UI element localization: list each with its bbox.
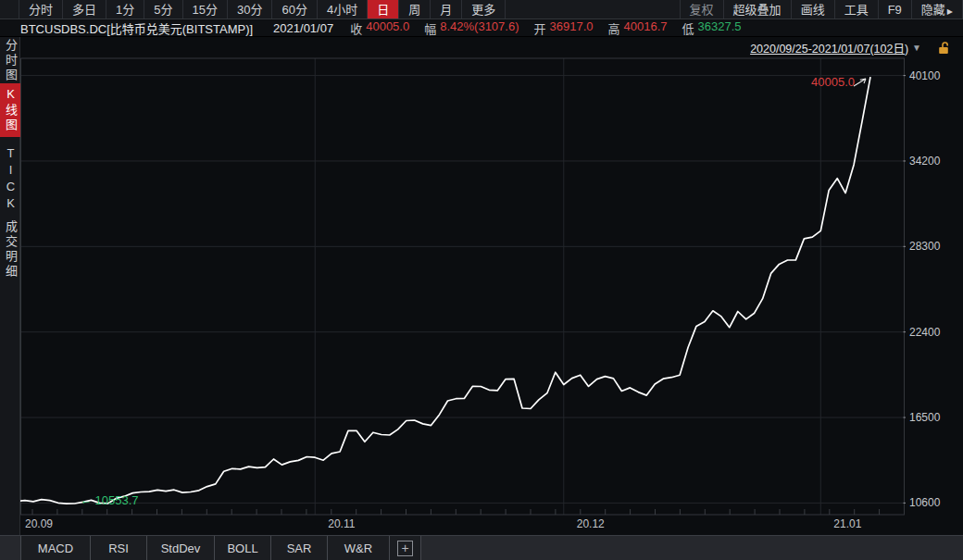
chevron-down-icon[interactable]: ▼ — [912, 43, 921, 53]
indicator-tab-SAR[interactable]: SAR — [271, 536, 328, 560]
tool-button-隐藏[interactable]: 隐藏▶ — [912, 0, 963, 19]
tool-button-超级叠加[interactable]: 超级叠加 — [724, 0, 792, 19]
quote-field-value: 36327.5 — [698, 19, 742, 37]
trading-app-window: 分时多日1分5分15分30分60分4小时日周月更多 复权超级叠加画线工具F9隐藏… — [0, 0, 963, 560]
chart-area[interactable]: 2020/09/25-2021/01/07(102日) ▼ 4010034200… — [20, 37, 963, 535]
y-axis-label: 16500 — [909, 411, 940, 424]
x-axis-label: 20.09 — [25, 517, 53, 530]
y-axis-label: 40100 — [909, 69, 940, 82]
period-button-月[interactable]: 月 — [431, 0, 462, 19]
y-axis-label: 10600 — [909, 496, 940, 509]
quote-field-value: 40005.0 — [366, 19, 409, 37]
quote-field-开: 开36917.0 — [534, 19, 594, 37]
y-axis-label: 22400 — [909, 326, 940, 339]
indicator-tab-StdDev[interactable]: StdDev — [147, 536, 215, 560]
sidebar-item-K线图[interactable]: K线图 — [0, 83, 20, 137]
tool-button-复权[interactable]: 复权 — [680, 0, 724, 19]
quote-field-label: 收 — [350, 19, 362, 37]
period-button-周[interactable]: 周 — [399, 0, 431, 19]
period-toolbar: 分时多日1分5分15分30分60分4小时日周月更多 复权超级叠加画线工具F9隐藏… — [0, 0, 963, 19]
quote-field-低: 低36327.5 — [682, 19, 742, 37]
add-indicator-cell: + — [390, 536, 421, 560]
period-button-分时[interactable]: 分时 — [19, 0, 63, 19]
last-price-annotation: 40005.0 — [811, 75, 855, 89]
period-button-5分[interactable]: 5分 — [144, 0, 182, 19]
quote-field-label: 高 — [608, 19, 620, 37]
period-button-日[interactable]: 日 — [368, 0, 399, 19]
quote-field-收: 收40005.0 — [350, 19, 409, 37]
indicator-tabbar: MACDRSIStdDevBOLLSARW&R + — [0, 535, 963, 560]
add-indicator-button[interactable]: + — [397, 541, 413, 556]
period-button-1分[interactable]: 1分 — [106, 0, 144, 19]
chart-mode-sidebar: 分时图K线图TICK成交明细 — [0, 37, 20, 535]
quote-fields: 收40005.0幅8.42%(3107.6)开36917.0高40016.7低3… — [350, 19, 756, 37]
indicator-tab-RSI[interactable]: RSI — [91, 536, 147, 560]
sidebar-item-分时图[interactable]: 分时图 — [0, 35, 20, 87]
tool-button-F9[interactable]: F9 — [879, 0, 912, 19]
indicator-tab-W&R[interactable]: W&R — [328, 536, 390, 560]
period-buttons-group: 分时多日1分5分15分30分60分4小时日周月更多 — [19, 0, 506, 19]
indicator-tabs: MACDRSIStdDevBOLLSARW&R — [21, 536, 390, 560]
x-axis-label: 20.11 — [328, 517, 355, 530]
x-axis-label: 20.12 — [577, 517, 605, 530]
instrument-title: BTCUSDBS.DC[比特币兑美元(BITSTAMP)] — [20, 19, 253, 37]
tool-button-工具[interactable]: 工具 — [835, 0, 879, 19]
period-button-30分[interactable]: 30分 — [228, 0, 272, 19]
sidebar-item-TICK[interactable]: TICK — [0, 143, 20, 217]
tool-button-画线[interactable]: 画线 — [792, 0, 835, 19]
y-axis-label: 34200 — [909, 155, 940, 168]
indicator-tab-BOLL[interactable]: BOLL — [215, 536, 271, 560]
price-line — [20, 77, 870, 504]
period-button-更多[interactable]: 更多 — [462, 0, 506, 19]
date-range-link[interactable]: 2020/09/25-2021/01/07(102日) — [750, 39, 908, 56]
min-price-annotation: ← 10553.7 — [80, 493, 139, 507]
quote-field-value: 40016.7 — [624, 19, 668, 37]
y-axis-label: 28300 — [909, 240, 940, 253]
period-button-多日[interactable]: 多日 — [63, 0, 106, 19]
instrument-info-bar: BTCUSDBS.DC[比特币兑美元(BITSTAMP)] 2021/01/07… — [0, 20, 963, 37]
quote-field-value: 8.42%(3107.6) — [440, 19, 519, 37]
tabbar-corner — [0, 536, 21, 560]
period-button-4小时[interactable]: 4小时 — [318, 0, 368, 19]
price-plot[interactable] — [20, 56, 906, 516]
quote-field-label: 开 — [534, 19, 546, 37]
sidebar-item-成交明细[interactable]: 成交明细 — [0, 217, 20, 283]
tools-buttons-group: 复权超级叠加画线工具F9隐藏▶ — [680, 0, 963, 19]
period-button-60分[interactable]: 60分 — [272, 0, 317, 19]
quote-field-label: 幅 — [424, 19, 436, 37]
annotation-arrow-icon — [854, 79, 866, 86]
quote-date: 2021/01/07 — [273, 21, 333, 35]
indicator-tab-MACD[interactable]: MACD — [21, 536, 91, 560]
quote-field-幅: 幅8.42%(3107.6) — [424, 19, 519, 37]
chevron-right-icon: ▶ — [947, 7, 953, 16]
unlock-icon[interactable] — [938, 41, 951, 55]
quote-field-value: 36917.0 — [550, 19, 594, 37]
period-button-15分[interactable]: 15分 — [183, 0, 228, 19]
quote-field-label: 低 — [682, 19, 694, 37]
x-axis-label: 21.01 — [833, 517, 861, 530]
date-range-row: 2020/09/25-2021/01/07(102日) ▼ — [750, 40, 921, 55]
quote-field-高: 高40016.7 — [608, 19, 668, 37]
